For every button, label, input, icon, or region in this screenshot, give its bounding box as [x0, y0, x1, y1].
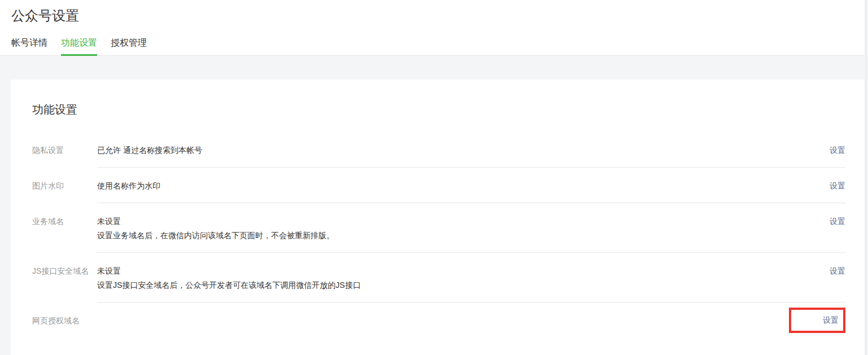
tab-bar: 帐号详情 功能设置 授权管理 — [11, 37, 147, 56]
settings-page: 公众号设置 帐号详情 功能设置 授权管理 功能设置 隐私设置 已允许 通过名称搜… — [0, 0, 868, 355]
page-header: 公众号设置 帐号详情 功能设置 授权管理 — [0, 0, 864, 56]
image-watermark-set-link[interactable]: 设置 — [830, 179, 845, 193]
page-title: 公众号设置 — [11, 7, 79, 25]
business-domain-set-link[interactable]: 设置 — [830, 214, 845, 229]
row-value: 未设置 — [97, 214, 830, 229]
tab-function-settings[interactable]: 功能设置 — [61, 37, 97, 56]
row-label: 图片水印 — [32, 168, 97, 203]
privacy-settings-set-link[interactable]: 设置 — [830, 143, 845, 157]
row-label: 网页授权域名 — [32, 303, 97, 343]
row-value: 使用名称作为水印 — [97, 179, 830, 193]
scrollbar-track-line — [866, 0, 866, 355]
row-description: 设置JS接口安全域名后，公众号开发者可在该域名下调用微信开放的JS接口 — [97, 278, 830, 292]
row-label: 隐私设置 — [32, 132, 97, 168]
row-value: 已允许 通过名称搜索到本帐号 — [97, 143, 830, 157]
function-settings-panel: 功能设置 隐私设置 已允许 通过名称搜索到本帐号 设置 图片水印 使用名称作为水… — [11, 80, 864, 355]
panel-heading: 功能设置 — [32, 102, 845, 117]
row-business-domain: 业务域名 未设置 设置业务域名后，在微信内访问该域名下页面时，不会被重新排版。 … — [32, 203, 845, 253]
row-webpage-auth-domain: 网页授权域名 设置 — [32, 303, 845, 343]
row-value: 未设置 — [97, 264, 830, 278]
tab-authorization-management[interactable]: 授权管理 — [111, 37, 147, 56]
row-js-api-safe-domain: JS接口安全域名 未设置 设置JS接口安全域名后，公众号开发者可在该域名下调用微… — [32, 253, 845, 303]
row-label: 业务域名 — [32, 203, 97, 253]
row-image-watermark: 图片水印 使用名称作为水印 设置 — [32, 168, 845, 203]
js-api-safe-domain-set-link[interactable]: 设置 — [830, 264, 845, 278]
tab-account-details[interactable]: 帐号详情 — [11, 37, 47, 56]
red-highlight-box: 设置 — [789, 308, 845, 333]
settings-rows: 隐私设置 已允许 通过名称搜索到本帐号 设置 图片水印 使用名称作为水印 设置 — [32, 132, 845, 343]
webpage-auth-domain-set-link[interactable]: 设置 — [823, 315, 839, 325]
row-label: JS接口安全域名 — [32, 253, 97, 303]
row-description: 设置业务域名后，在微信内访问该域名下页面时，不会被重新排版。 — [97, 229, 830, 243]
row-privacy-settings: 隐私设置 已允许 通过名称搜索到本帐号 设置 — [32, 132, 845, 168]
